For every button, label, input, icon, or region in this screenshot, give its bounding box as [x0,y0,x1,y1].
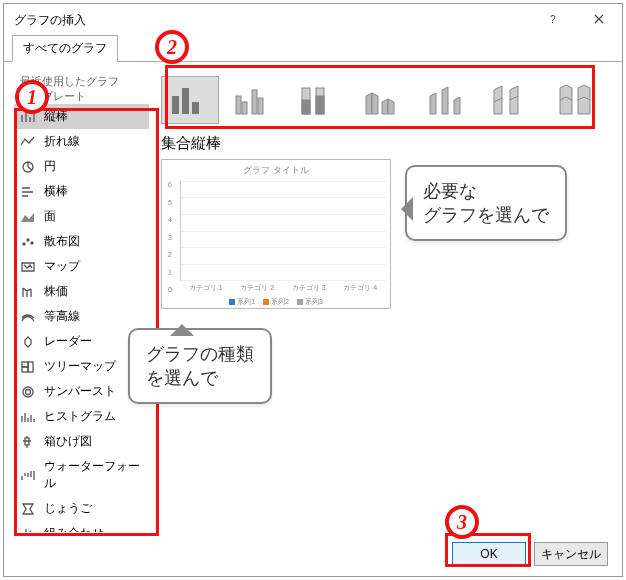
marker-1: 1 [15,80,49,114]
svg-point-3 [27,239,29,241]
cancel-button[interactable]: キャンセル [534,542,608,566]
category-item[interactable]: 円 [14,154,149,179]
category-label: サンバースト [44,383,116,400]
svg-rect-5 [22,362,28,367]
tab-strip: すべてのグラフ [4,36,622,62]
category-label: 折れ線 [44,133,80,150]
category-label: 円 [44,158,56,175]
category-item[interactable]: 箱ひげ図 [14,429,149,454]
category-label: ツリーマップ [44,358,116,375]
category-item[interactable]: 折れ線 [14,129,149,154]
svg-rect-16 [252,90,257,114]
insert-chart-dialog: グラフの挿入 ? すべてのグラフ 最近使用したグラフ テンプレート 縦棒折れ線円… [3,3,623,577]
callout-2: グラフの種類 を選んで [128,328,272,404]
svg-text:?: ? [550,14,556,24]
category-label: 組み合わせ [44,525,104,532]
marker-2: 2 [155,30,189,64]
svg-point-8 [23,387,33,397]
category-item[interactable]: じょうご [14,496,149,521]
category-icon [20,468,36,482]
category-icon [20,210,36,224]
preview-title: グラフ タイトル [166,164,386,177]
category-icon [20,310,36,324]
category-label: 面 [44,208,56,225]
category-label: レーダー [44,333,92,350]
dialog-title: グラフの挿入 [14,12,86,29]
subtype-option[interactable] [417,76,475,124]
svg-rect-7 [22,367,28,372]
callout-1: 必要な グラフを選んで [405,165,567,241]
subtype-option[interactable] [289,76,347,124]
svg-rect-21 [316,96,324,114]
category-item[interactable]: 横棒 [14,179,149,204]
category-item[interactable]: ウォーターフォール [14,454,149,496]
close-button[interactable] [576,4,622,34]
right-column: 集合縦棒 グラフ タイトル 6543210 カテゴリ 1カテゴリ 2カテゴリ 3… [159,72,612,532]
category-icon [20,335,36,349]
subtype-option[interactable] [161,76,219,124]
chart-preview[interactable]: グラフ タイトル 6543210 カテゴリ 1カテゴリ 2カテゴリ 3カテゴリ … [161,159,391,309]
subtype-option[interactable] [353,76,411,124]
category-icon [20,160,36,174]
dialog-footer: OK キャンセル [4,532,622,576]
category-label: 散布図 [44,233,80,250]
svg-point-4 [31,242,33,244]
category-icon [20,185,36,199]
subtype-title: 集合縦棒 [161,134,612,153]
svg-rect-14 [236,96,241,114]
subtype-option[interactable] [481,76,539,124]
help-button[interactable]: ? [530,4,576,34]
category-item[interactable]: マップ [14,254,149,279]
category-icon [20,235,36,249]
category-item[interactable]: 組み合わせ [14,521,149,532]
left-column: 最近使用したグラフ テンプレート 縦棒折れ線円横棒面散布図マップ株価等高線レーダ… [14,72,149,532]
svg-point-9 [26,389,31,394]
subtype-option[interactable] [545,76,603,124]
category-list: 縦棒折れ線円横棒面散布図マップ株価等高線レーダーツリーマップサンバーストヒストグ… [14,104,149,532]
svg-rect-19 [302,100,310,114]
svg-point-2 [23,243,25,245]
category-label: 横棒 [44,183,68,200]
svg-rect-11 [172,96,179,114]
category-icon [20,435,36,449]
preview-chart [180,181,386,281]
category-icon [20,135,36,149]
subtype-option[interactable] [225,76,283,124]
category-item[interactable]: 株価 [14,279,149,304]
ok-button[interactable]: OK [452,542,526,566]
category-label: 株価 [44,283,68,300]
marker-3: 3 [445,505,479,539]
category-label: ヒストグラム [44,408,116,425]
category-label: 箱ひげ図 [44,433,92,450]
tab-all-charts[interactable]: すべてのグラフ [12,35,118,62]
titlebar: グラフの挿入 ? [4,4,622,36]
category-label: 等高線 [44,308,80,325]
svg-rect-6 [28,362,33,372]
category-icon [20,502,36,516]
svg-rect-13 [192,102,199,114]
category-label: 縦棒 [44,108,68,125]
category-label: マップ [44,258,80,275]
category-item[interactable]: 面 [14,204,149,229]
category-icon [20,260,36,274]
category-item[interactable]: ヒストグラム [14,404,149,429]
category-label: ウォーターフォール [44,458,143,492]
subtype-row [159,72,612,128]
category-icon [20,360,36,374]
svg-rect-12 [182,88,189,114]
category-item[interactable]: 等高線 [14,304,149,329]
category-icon [20,385,36,399]
svg-rect-17 [258,98,263,114]
category-icon [20,410,36,424]
category-item[interactable]: 散布図 [14,229,149,254]
category-label: じょうご [44,500,92,517]
category-icon [20,285,36,299]
svg-rect-15 [242,102,247,114]
